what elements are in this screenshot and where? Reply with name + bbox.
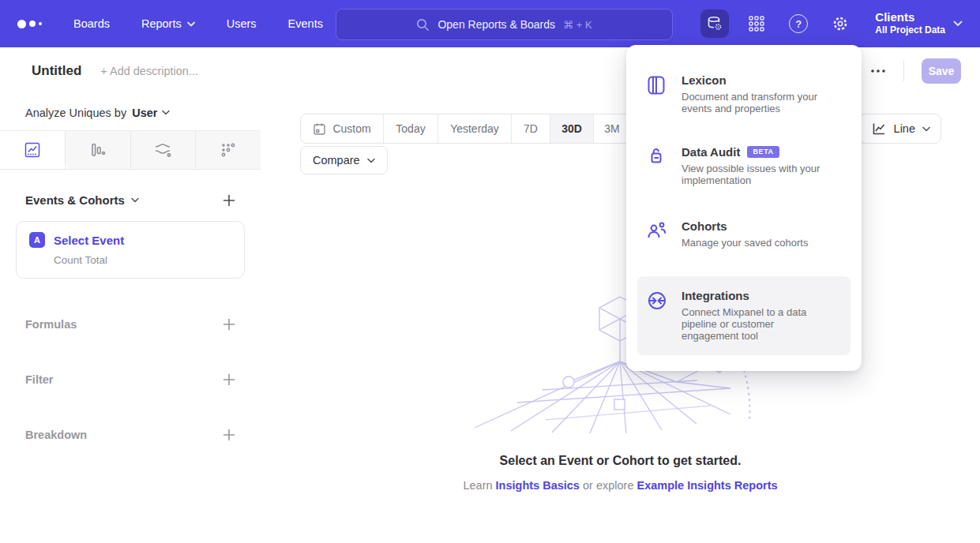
count-total-selector[interactable]: Count Total (54, 254, 231, 266)
tab-insights-line[interactable] (0, 131, 66, 169)
settings-button[interactable] (826, 9, 854, 38)
chevron-down-icon (187, 21, 195, 27)
data-management-dropdown: Lexicon Document and transform your even… (626, 45, 862, 371)
empty-state-heading: Select an Event or Cohort to get started… (261, 454, 980, 468)
gear-icon (832, 15, 849, 32)
global-search-input[interactable]: Open Reports & Boards ⌘ + K (336, 9, 673, 40)
menu-item-data-audit[interactable]: Data Audit BETA View possible issues wit… (637, 145, 850, 187)
date-range-30d[interactable]: 30D (550, 114, 594, 143)
cohorts-icon (647, 221, 667, 240)
plus-icon (223, 194, 235, 207)
search-shortcut: ⌘ + K (563, 19, 592, 31)
compare-button[interactable]: Compare (300, 146, 388, 174)
top-navbar: Boards Reports Users Events Open Reports… (0, 0, 980, 47)
calendar-icon (313, 122, 326, 136)
help-button[interactable]: ? (784, 9, 813, 38)
report-canvas: Custom Today Yesterday 7D 30D 3M 6M Comp… (261, 95, 980, 543)
add-formula-button[interactable] (223, 318, 235, 331)
save-button[interactable]: Save (922, 58, 961, 84)
bar-chart-tab-icon (89, 141, 107, 159)
tab-grid-metrics[interactable] (195, 131, 261, 169)
project-chevron-icon[interactable] (953, 21, 963, 27)
apps-grid-button[interactable] (742, 9, 771, 38)
beta-badge: BETA (747, 146, 779, 158)
help-icon: ? (789, 14, 808, 33)
chevron-down-icon (367, 158, 375, 163)
page-title: Untitled (32, 63, 81, 79)
analyze-label: Analyze Uniques by (25, 107, 126, 119)
formulas-section: Formulas (0, 315, 261, 334)
project-selector[interactable]: Clients All Project Data (875, 10, 945, 37)
empty-state-subtext: Learn Insights Basics or explore Example… (261, 479, 980, 492)
mixpanel-logo-icon[interactable] (17, 20, 42, 28)
ellipsis-icon (870, 69, 886, 73)
line-chart-tab-icon (24, 141, 41, 159)
database-gear-icon (706, 15, 723, 32)
plus-icon (223, 318, 235, 331)
line-chart-icon (871, 121, 887, 137)
menu-item-cohorts[interactable]: Cohorts Manage your saved cohorts (637, 219, 850, 249)
event-card[interactable]: A Select Event Count Total (16, 221, 245, 279)
date-range-yesterday[interactable]: Yesterday (438, 114, 512, 143)
header-divider (903, 61, 904, 81)
plus-icon (223, 429, 235, 441)
breakdown-section: Breakdown (0, 425, 261, 444)
tab-flows[interactable] (130, 131, 196, 169)
chevron-down-icon (922, 126, 930, 132)
grid-dots-tab-icon (220, 141, 237, 159)
apps-grid-icon (749, 16, 764, 32)
analyze-by-selector[interactable]: User (132, 107, 170, 119)
filter-section: Filter (0, 370, 261, 389)
example-insights-reports-link[interactable]: Example Insights Reports (636, 479, 777, 492)
insights-basics-link[interactable]: Insights Basics (496, 479, 580, 492)
add-breakdown-button[interactable] (223, 429, 235, 441)
events-cohorts-header[interactable]: Events & Cohorts (25, 193, 139, 207)
lexicon-icon (647, 75, 666, 95)
add-event-button[interactable] (223, 194, 235, 207)
date-range-7d[interactable]: 7D (512, 114, 550, 143)
nav-item-users[interactable]: Users (227, 17, 257, 30)
select-event-label[interactable]: Select Event (54, 234, 124, 247)
data-management-button[interactable] (700, 9, 729, 38)
integrations-icon (647, 290, 667, 311)
nav-item-boards[interactable]: Boards (73, 17, 110, 30)
search-placeholder: Open Reports & Boards (437, 18, 555, 31)
date-range-custom[interactable]: Custom (301, 114, 384, 143)
add-filter-button[interactable] (223, 373, 235, 386)
tab-bar-chart[interactable] (66, 131, 130, 169)
chevron-down-icon (162, 110, 170, 115)
project-scope: All Project Data (875, 24, 945, 37)
more-options-button[interactable] (870, 69, 886, 73)
chart-type-tabs (0, 131, 261, 170)
nav-item-reports[interactable]: Reports (141, 17, 195, 30)
plus-icon (223, 373, 235, 386)
nav-item-events[interactable]: Events (288, 17, 323, 30)
chevron-down-icon (131, 197, 139, 203)
query-builder-sidebar: Analyze Uniques by User (0, 95, 261, 543)
add-description-field[interactable]: + Add description... (100, 65, 198, 77)
date-range-today[interactable]: Today (384, 114, 438, 143)
project-name: Clients (875, 10, 945, 24)
analyze-uniques-row: Analyze Uniques by User (0, 95, 261, 131)
flows-tab-icon (153, 141, 172, 159)
menu-item-lexicon[interactable]: Lexicon Document and transform your even… (637, 73, 850, 115)
search-icon (416, 18, 430, 32)
data-audit-icon (647, 147, 666, 167)
chart-type-selector[interactable]: Line (860, 114, 941, 144)
date-range-3m[interactable]: 3M (594, 114, 631, 143)
event-letter-badge: A (29, 232, 45, 248)
menu-item-integrations[interactable]: Integrations Connect Mixpanel to a data … (637, 276, 850, 355)
